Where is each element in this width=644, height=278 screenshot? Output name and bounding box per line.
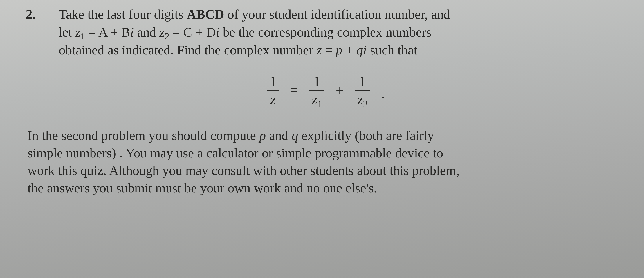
footer-line-2: simple numbers) . You may use a calculat…	[28, 145, 628, 162]
footer-line-1: In the second problem you should compute…	[28, 127, 628, 145]
var-z2: z	[160, 25, 164, 40]
plus: +	[342, 43, 356, 57]
var-z1: z	[75, 25, 80, 40]
equals: =	[169, 25, 184, 40]
text: and	[266, 128, 292, 143]
equals: =	[322, 43, 336, 57]
var-i: i	[130, 25, 134, 40]
problem-number: 2.	[42, 6, 59, 23]
fraction-1z1: 1 z1	[310, 74, 324, 107]
text-ab: A + B	[98, 25, 130, 40]
sub: 2	[363, 98, 368, 109]
problem-line-3: obtained as indicated. Find the complex …	[22, 41, 628, 59]
footer-instructions: In the second problem you should compute…	[22, 127, 628, 197]
var-z: z	[316, 43, 322, 57]
text: of your student identification number, a…	[224, 7, 450, 22]
denominator: z2	[355, 90, 370, 107]
sub: 1	[317, 98, 322, 109]
footer-line-4: the answers you submit must be your own …	[28, 179, 628, 197]
equals: =	[85, 25, 98, 40]
problem-line-1: 2.Take the last four digits ABCD of your…	[22, 6, 628, 23]
denominator: z	[267, 90, 279, 107]
problem-content: 2.Take the last four digits ABCD of your…	[22, 6, 628, 197]
var-i: i	[363, 43, 367, 57]
var-p: p	[259, 128, 266, 143]
abcd-bold: ABCD	[187, 7, 224, 22]
fraction-1z2: 1 z2	[355, 74, 370, 107]
numerator: 1	[310, 74, 324, 90]
text: be the corresponding complex numbers	[220, 25, 431, 40]
var-q: q	[292, 128, 298, 143]
footer-line-3: work this quiz. Although you may consult…	[28, 162, 628, 179]
text: Take the last four digits	[59, 7, 187, 22]
var-q: q	[356, 43, 363, 57]
text-and: and	[134, 25, 160, 40]
text: explicitly (both are fairly	[298, 128, 434, 143]
text: In the second problem you should compute	[28, 128, 259, 143]
var-p: p	[336, 43, 342, 57]
text: obtained as indicated. Find the complex …	[59, 43, 316, 57]
var-z: z	[357, 91, 363, 107]
var-i: i	[216, 25, 220, 40]
sub-2: 2	[165, 31, 169, 42]
fraction-1z: 1 z	[267, 74, 279, 107]
problem-statement: 2.Take the last four digits ABCD of your…	[22, 6, 628, 59]
equation: 1 z = 1 z1 + 1 z2 .	[22, 59, 628, 123]
text: such that	[367, 43, 418, 57]
text: let	[59, 25, 75, 40]
numerator: 1	[355, 74, 370, 90]
text-cd: C + D	[183, 25, 216, 40]
period: .	[382, 86, 384, 102]
var-z: z	[312, 91, 317, 107]
numerator: 1	[267, 74, 279, 90]
plus-sign: +	[336, 81, 344, 100]
problem-line-2: let z1 = A + Bi and z2 = C + Di be the c…	[22, 23, 628, 41]
equals-sign: =	[290, 81, 298, 100]
sub-1: 1	[80, 31, 85, 42]
denominator: z1	[310, 90, 324, 107]
